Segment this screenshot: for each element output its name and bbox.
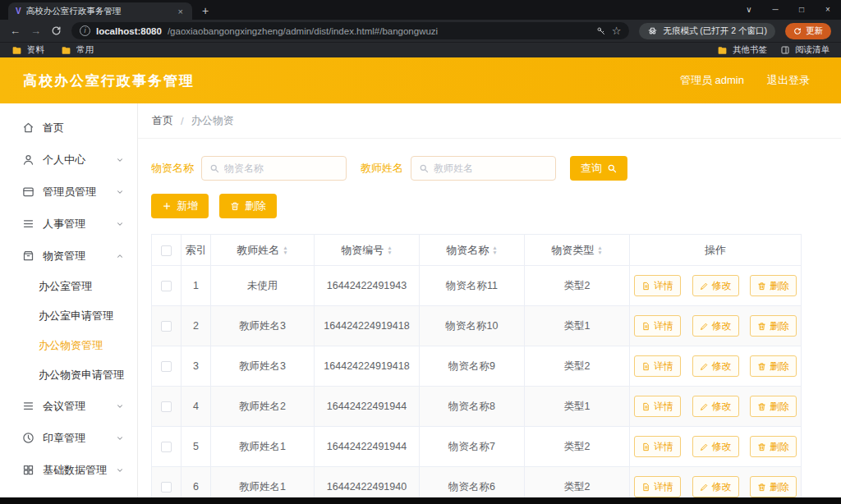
document-icon [641, 362, 650, 371]
sidebar-item-home[interactable]: 首页 [0, 112, 137, 144]
edit-button[interactable]: 修改 [692, 275, 739, 296]
sort-icon[interactable]: ▲▼ [492, 245, 497, 254]
select-all-checkbox[interactable] [161, 245, 172, 256]
sidebar-item-meeting-mgmt[interactable]: 会议管理 [0, 390, 137, 422]
app-body: 首页 个人中心 管理员管理 人事管理 物资管理 [0, 103, 841, 497]
row-delete-button[interactable]: 删除 [750, 476, 797, 497]
document-icon [641, 402, 650, 411]
sort-icon[interactable]: ▲▼ [387, 245, 392, 254]
search-icon [209, 163, 219, 173]
bookmark-folder-ziliao[interactable]: 资料 [11, 44, 44, 56]
trash-icon [757, 322, 766, 331]
tab-search-icon[interactable]: ∨ [736, 0, 762, 19]
tab-close-icon[interactable]: × [177, 7, 185, 16]
add-button[interactable]: 新增 [151, 194, 209, 218]
bulk-delete-button[interactable]: 删除 [219, 194, 277, 218]
sidebar-item-personal-center[interactable]: 个人中心 [0, 144, 137, 176]
table-row: 5 教师姓名1 16442422491944 物资名称7 类型2 详情 修改 删… [152, 427, 802, 467]
user-icon [22, 153, 34, 166]
detail-label: 详情 [654, 480, 673, 494]
pencil-icon [700, 362, 709, 371]
row-checkbox[interactable] [161, 361, 172, 372]
sidebar-subitem-office-supplies-mgmt[interactable]: 办公物资管理 [0, 331, 137, 360]
sidebar-subitem-office-supplies-apply-mgmt[interactable]: 办公物资申请管理 [0, 360, 137, 390]
row-checkbox[interactable] [161, 321, 172, 332]
info-icon[interactable]: i [80, 25, 90, 36]
delete-label: 删除 [770, 360, 789, 373]
edit-button[interactable]: 修改 [692, 476, 739, 497]
teacher-search-input[interactable] [434, 163, 548, 174]
new-tab-button[interactable]: + [202, 4, 209, 17]
sidebar-item-seal-mgmt[interactable]: 印章管理 [0, 422, 137, 454]
detail-button[interactable]: 详情 [634, 275, 681, 296]
name-search-input[interactable] [224, 163, 338, 174]
delete-label: 删除 [770, 279, 789, 293]
refresh-icon[interactable] [51, 25, 62, 36]
cell-index: 4 [182, 387, 211, 427]
sidebar-subitem-office-mgmt[interactable]: 办公室管理 [0, 272, 137, 301]
minimize-button[interactable]: ─ [762, 0, 788, 19]
detail-button[interactable]: 详情 [634, 476, 681, 497]
detail-button[interactable]: 详情 [634, 315, 681, 337]
document-icon [641, 282, 650, 291]
cell-name: 物资名称10 [420, 306, 525, 346]
password-key-icon[interactable] [596, 26, 606, 36]
detail-button[interactable]: 详情 [634, 436, 681, 457]
cell-teacher: 教师姓名1 [211, 427, 315, 467]
search-button[interactable]: 查询 [570, 156, 627, 181]
pencil-icon [700, 483, 709, 492]
bookmark-folder-changyong[interactable]: 常用 [61, 44, 94, 56]
reading-list-button[interactable]: 阅读清单 [780, 44, 830, 56]
edit-button[interactable]: 修改 [692, 436, 739, 457]
window-close-button[interactable]: × [815, 0, 841, 19]
url-path: /gaoxiaobangongxingzheng/admin/dist/inde… [168, 26, 591, 36]
maximize-button[interactable]: □ [788, 0, 815, 19]
row-checkbox[interactable] [161, 442, 172, 452]
trash-icon [757, 442, 766, 451]
sort-icon[interactable]: ▲▼ [597, 245, 602, 254]
browser-tab[interactable]: V 高校办公室行政事务管理 × [8, 2, 192, 20]
back-icon[interactable]: ← [10, 25, 21, 37]
detail-button[interactable]: 详情 [634, 396, 681, 417]
row-checkbox[interactable] [161, 401, 172, 412]
row-delete-button[interactable]: 删除 [750, 436, 797, 457]
cell-teacher: 教师姓名3 [211, 306, 315, 346]
delete-label: 删除 [770, 400, 789, 414]
breadcrumb-home[interactable]: 首页 [152, 113, 173, 128]
sidebar-item-hr-mgmt[interactable]: 人事管理 [0, 208, 137, 240]
edit-button[interactable]: 修改 [692, 315, 739, 337]
detail-button[interactable]: 详情 [634, 355, 681, 377]
logout-link[interactable]: 退出登录 [767, 73, 810, 88]
header-right: 管理员 admin 退出登录 [680, 73, 818, 88]
delete-label: 删除 [770, 440, 789, 454]
edit-button[interactable]: 修改 [692, 355, 739, 377]
list-icon [22, 218, 34, 230]
pencil-icon [700, 402, 709, 411]
sidebar-subitem-label: 办公室申请管理 [39, 309, 113, 323]
sidebar-item-supplies-mgmt[interactable]: 物资管理 [0, 240, 137, 272]
pencil-icon [700, 442, 709, 451]
row-checkbox[interactable] [161, 281, 172, 291]
sidebar-item-base-data-mgmt[interactable]: 基础数据管理 [0, 454, 137, 486]
bookmark-star-icon[interactable]: ☆ [612, 25, 622, 37]
current-user: 管理员 admin [680, 73, 744, 88]
folder-icon [717, 45, 728, 56]
forward-icon[interactable]: → [30, 25, 41, 37]
sidebar-item-label: 基础数据管理 [43, 463, 107, 478]
row-delete-button[interactable]: 删除 [750, 315, 797, 337]
row-checkbox[interactable] [161, 482, 172, 493]
update-button[interactable]: 更新 [785, 23, 831, 39]
address-bar[interactable]: i localhost:8080 /gaoxiaobangongxingzhen… [71, 22, 629, 39]
sidebar-subitem-office-apply-mgmt[interactable]: 办公室申请管理 [0, 301, 137, 331]
row-delete-button[interactable]: 删除 [750, 355, 797, 377]
app-title: 高校办公室行政事务管理 [23, 71, 195, 90]
grid-icon [22, 464, 34, 476]
other-bookmarks-button[interactable]: 其他书签 [717, 44, 767, 56]
main-content: 首页 / 办公物资 物资名称 教师姓名 查 [138, 103, 841, 497]
browser-toolbar: ← → i localhost:8080 /gaoxiaobangongxing… [0, 20, 841, 42]
edit-button[interactable]: 修改 [692, 396, 739, 417]
row-delete-button[interactable]: 删除 [750, 275, 797, 296]
sidebar-item-admin-mgmt[interactable]: 管理员管理 [0, 176, 137, 208]
row-delete-button[interactable]: 删除 [750, 396, 797, 417]
sort-icon[interactable]: ▲▼ [283, 245, 287, 254]
